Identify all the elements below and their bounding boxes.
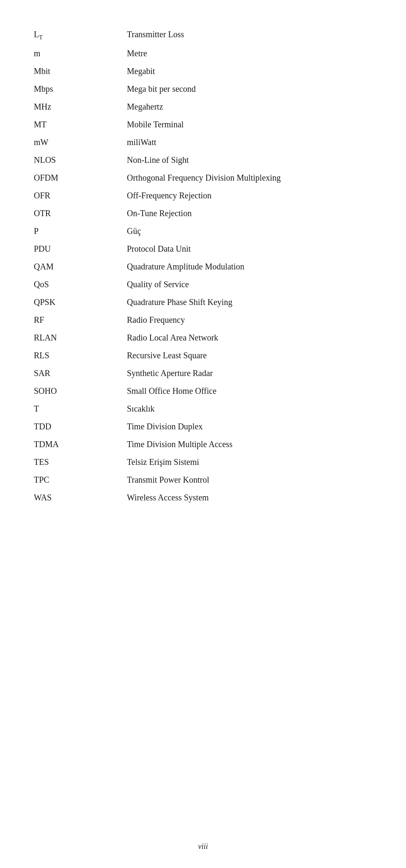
table-row: TESTelsiz Erişim Sistemi [34,453,372,471]
abbr-value: Synthetic Aperture Radar [127,364,372,382]
abbr-key: SAR [34,364,127,382]
abbr-key: RF [34,311,127,329]
table-row: TDDTime Division Duplex [34,418,372,435]
abbr-value: Time Division Multiple Access [127,435,372,453]
table-row: LTTransmitter Loss [34,25,372,44]
table-row: PDUProtocol Data Unit [34,240,372,258]
abbr-key: QPSK [34,293,127,311]
table-row: TSıcaklık [34,400,372,418]
table-row: RLANRadio Local Area Network [34,329,372,346]
table-row: MTMobile Terminal [34,115,372,133]
table-row: TDMATime Division Multiple Access [34,435,372,453]
abbr-key: RLAN [34,329,127,346]
abbr-value: Quadrature Phase Shift Keying [127,293,372,311]
abbr-value: Quality of Service [127,275,372,293]
abbr-key: NLOS [34,151,127,169]
abbr-value: Transmit Power Kontrol [127,471,372,489]
table-row: NLOSNon-Line of Sight [34,151,372,169]
abbr-value: miliWatt [127,133,372,151]
abbr-key: SOHO [34,382,127,400]
table-row: QAMQuadrature Amplitude Modulation [34,258,372,275]
abbr-key: OFDM [34,169,127,187]
abbr-key: TPC [34,471,127,489]
abbr-key: mW [34,133,127,151]
abbr-value: Megabit [127,62,372,80]
table-row: TPCTransmit Power Kontrol [34,471,372,489]
table-row: mWmiliWatt [34,133,372,151]
abbr-key: TES [34,453,127,471]
abbr-key: OFR [34,187,127,204]
abbr-key: WAS [34,489,127,506]
table-row: MbpsMega bit per second [34,80,372,98]
abbr-key: T [34,400,127,418]
abbr-key: RLS [34,346,127,364]
table-row: PGüç [34,222,372,240]
page-container: LTTransmitter LossmMetreMbitMegabitMbpsM… [0,0,406,868]
abbr-value: Small Office Home Office [127,382,372,400]
table-row: SARSynthetic Aperture Radar [34,364,372,382]
abbr-key: MHz [34,98,127,115]
abbr-key: MT [34,115,127,133]
abbr-value: Orthogonal Frequency Division Multiplexi… [127,169,372,187]
abbr-value: On-Tune Rejection [127,204,372,222]
table-row: mMetre [34,44,372,62]
table-row: MHzMegahertz [34,98,372,115]
table-row: QPSKQuadrature Phase Shift Keying [34,293,372,311]
abbr-value: Time Division Duplex [127,418,372,435]
abbr-key: Mbps [34,80,127,98]
abbr-value: Mega bit per second [127,80,372,98]
abbr-key: QoS [34,275,127,293]
abbr-value: Mobile Terminal [127,115,372,133]
abbr-value: Wireless Access System [127,489,372,506]
abbr-value: Güç [127,222,372,240]
table-row: MbitMegabit [34,62,372,80]
table-row: WASWireless Access System [34,489,372,506]
abbr-value: Protocol Data Unit [127,240,372,258]
table-row: RLSRecursive Least Square [34,346,372,364]
abbr-value: Metre [127,44,372,62]
table-row: QoSQuality of Service [34,275,372,293]
abbreviation-table: LTTransmitter LossmMetreMbitMegabitMbpsM… [34,25,372,506]
table-row: OFROff-Frequency Rejection [34,187,372,204]
abbr-value: Recursive Least Square [127,346,372,364]
abbr-value: Sıcaklık [127,400,372,418]
table-row: OTROn-Tune Rejection [34,204,372,222]
abbr-key: P [34,222,127,240]
abbr-value: Megahertz [127,98,372,115]
abbr-key: Mbit [34,62,127,80]
abbr-value: Off-Frequency Rejection [127,187,372,204]
abbr-key: TDMA [34,435,127,453]
abbr-value: Non-Line of Sight [127,151,372,169]
abbr-key: PDU [34,240,127,258]
abbr-key: QAM [34,258,127,275]
abbr-key: LT [34,25,127,44]
abbr-key: OTR [34,204,127,222]
abbr-key: m [34,44,127,62]
table-row: SOHOSmall Office Home Office [34,382,372,400]
table-row: RFRadio Frequency [34,311,372,329]
table-row: OFDMOrthogonal Frequency Division Multip… [34,169,372,187]
page-number: viii [0,842,406,851]
abbr-value: Radio Frequency [127,311,372,329]
abbr-key: TDD [34,418,127,435]
abbr-value: Quadrature Amplitude Modulation [127,258,372,275]
abbr-value: Radio Local Area Network [127,329,372,346]
abbr-value: Telsiz Erişim Sistemi [127,453,372,471]
abbr-value: Transmitter Loss [127,25,372,44]
